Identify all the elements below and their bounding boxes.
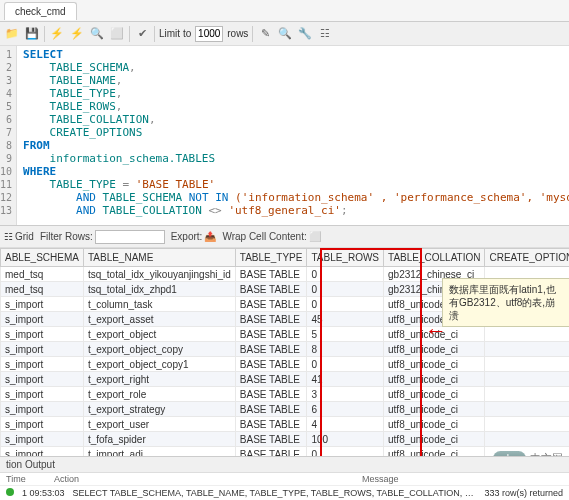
cell-type: BASE TABLE <box>235 417 307 432</box>
table-row[interactable]: s_importt_export_rightBASE TABLE41utf8_u… <box>1 372 570 387</box>
cell-rows: 45 <box>307 312 384 327</box>
output-col-action: Action <box>54 474 354 484</box>
col-header-type[interactable]: TABLE_TYPE <box>235 249 307 267</box>
table-row[interactable]: s_importt_export_roleBASE TABLE3utf8_uni… <box>1 387 570 402</box>
export-label[interactable]: Export: 📤 <box>171 231 217 242</box>
cell-rows: 3 <box>307 387 384 402</box>
cell-name: t_export_object_copy1 <box>83 357 235 372</box>
cell-schema: s_import <box>1 402 84 417</box>
search-icon[interactable]: 🔍 <box>277 26 293 42</box>
tab-check-cmd[interactable]: check_cmd <box>4 2 77 20</box>
cell-schema: s_import <box>1 417 84 432</box>
limit-label: Limit to <box>159 28 191 39</box>
sql-editor[interactable]: 1 2 3 4 5 6 7 8 9 10 11 12 13 SELECT TAB… <box>0 46 569 226</box>
cell-type: BASE TABLE <box>235 312 307 327</box>
cell-schema: s_import <box>1 357 84 372</box>
cell-coll: utf8_unicode_ci <box>384 342 485 357</box>
table-row[interactable]: s_importt_export_object_copy1BASE TABLE0… <box>1 357 570 372</box>
grid-label: ☷ Grid <box>4 231 34 242</box>
limit-input[interactable] <box>195 26 223 42</box>
table-row[interactable]: s_importt_export_object_copyBASE TABLE8u… <box>1 342 570 357</box>
run-icon[interactable]: ⚡ <box>49 26 65 42</box>
run-script-icon[interactable]: ⚡ <box>69 26 85 42</box>
cell-type: BASE TABLE <box>235 357 307 372</box>
limit-suffix: rows <box>227 28 248 39</box>
open-icon[interactable]: 📁 <box>4 26 20 42</box>
cell-schema: s_import <box>1 387 84 402</box>
cell-coll: utf8_unicode_ci <box>384 432 485 447</box>
cell-name: tsq_total_idx_zhpd1 <box>83 282 235 297</box>
cell-rows: 0 <box>307 357 384 372</box>
cell-schema: s_import <box>1 372 84 387</box>
cell-opts <box>485 402 569 417</box>
cell-name: t_export_asset <box>83 312 235 327</box>
cell-schema: s_import <box>1 327 84 342</box>
cell-opts <box>485 432 569 447</box>
status-ok-icon <box>6 488 14 496</box>
output-title: tion Output <box>0 457 569 473</box>
cell-schema: s_import <box>1 312 84 327</box>
output-row[interactable]: 1 09:53:03 SELECT TABLE_SCHEMA, TABLE_NA… <box>0 486 569 500</box>
cell-coll: utf8_unicode_ci <box>384 372 485 387</box>
output-message: 333 row(s) returned <box>484 488 563 498</box>
cell-type: BASE TABLE <box>235 342 307 357</box>
col-header-schema[interactable]: ABLE_SCHEMA <box>1 249 84 267</box>
commit-icon[interactable]: ✔ <box>134 26 150 42</box>
cell-opts <box>485 357 569 372</box>
cell-rows: 100 <box>307 432 384 447</box>
cell-rows: 6 <box>307 402 384 417</box>
wrap-label[interactable]: Wrap Cell Content: ⬜ <box>222 231 320 242</box>
filter-input[interactable] <box>95 230 165 244</box>
cell-type: BASE TABLE <box>235 267 307 282</box>
separator <box>129 26 130 42</box>
table-row[interactable]: s_importt_export_userBASE TABLE4utf8_uni… <box>1 417 570 432</box>
output-col-message: Message <box>362 474 402 484</box>
separator <box>252 26 253 42</box>
save-icon[interactable]: 💾 <box>24 26 40 42</box>
cell-name: t_export_right <box>83 372 235 387</box>
col-header-collation[interactable]: TABLE_COLLATION <box>384 249 485 267</box>
explain-icon[interactable]: 🔍 <box>89 26 105 42</box>
sql-code[interactable]: SELECT TABLE_SCHEMA, TABLE_NAME, TABLE_T… <box>17 46 569 225</box>
stop-icon[interactable]: ⬜ <box>109 26 125 42</box>
cell-schema: s_import <box>1 297 84 312</box>
cell-type: BASE TABLE <box>235 327 307 342</box>
brush-icon[interactable]: ✎ <box>257 26 273 42</box>
cell-schema: med_tsq <box>1 282 84 297</box>
cell-type: BASE TABLE <box>235 297 307 312</box>
cell-rows: 4 <box>307 417 384 432</box>
cell-name: tsq_total_idx_yikouyanjingshi_id <box>83 267 235 282</box>
table-row[interactable]: s_importt_export_objectBASE TABLE5utf8_u… <box>1 327 570 342</box>
col-header-name[interactable]: TABLE_NAME <box>83 249 235 267</box>
cell-opts <box>485 372 569 387</box>
cell-coll: utf8_unicode_ci <box>384 402 485 417</box>
cell-name: t_export_role <box>83 387 235 402</box>
cell-coll: utf8_unicode_ci <box>384 357 485 372</box>
annotation-box: 数据库里面既有latin1,也有GB2312、utf8的表,崩溃 <box>442 278 569 327</box>
output-col-time: Time <box>6 474 46 484</box>
cell-name: t_fofa_spider <box>83 432 235 447</box>
cell-name: t_export_object_copy <box>83 342 235 357</box>
separator <box>154 26 155 42</box>
cell-type: BASE TABLE <box>235 432 307 447</box>
cell-opts <box>485 342 569 357</box>
cell-coll: utf8_unicode_ci <box>384 327 485 342</box>
col-header-options[interactable]: CREATE_OPTIONS <box>485 249 569 267</box>
cell-rows: 0 <box>307 297 384 312</box>
cell-type: BASE TABLE <box>235 282 307 297</box>
col-header-rows[interactable]: TABLE_ROWS <box>307 249 384 267</box>
cell-coll: utf8_unicode_ci <box>384 387 485 402</box>
cell-schema: s_import <box>1 432 84 447</box>
list-icon[interactable]: ☷ <box>317 26 333 42</box>
cell-opts <box>485 417 569 432</box>
cell-coll: utf8_unicode_ci <box>384 417 485 432</box>
table-row[interactable]: s_importt_fofa_spiderBASE TABLE100utf8_u… <box>1 432 570 447</box>
cell-rows: 8 <box>307 342 384 357</box>
cell-schema: med_tsq <box>1 267 84 282</box>
cell-name: t_column_task <box>83 297 235 312</box>
table-row[interactable]: s_importt_export_strategyBASE TABLE6utf8… <box>1 402 570 417</box>
output-panel: tion Output Time Action Message 1 09:53:… <box>0 456 569 500</box>
cell-rows: 0 <box>307 267 384 282</box>
tool-icon[interactable]: 🔧 <box>297 26 313 42</box>
output-time: 1 09:53:03 <box>22 488 65 498</box>
